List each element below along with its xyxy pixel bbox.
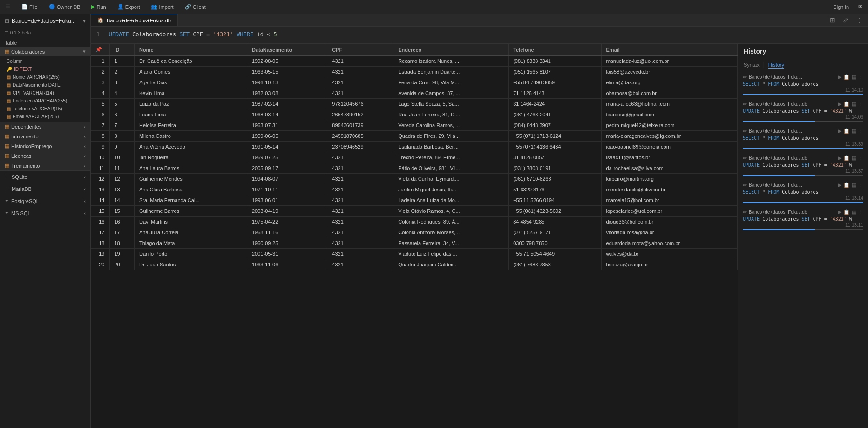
data-table-container[interactable]: 📌 ID Nome DataNascimento CPF Endereco Te… <box>91 44 738 428</box>
table-row[interactable]: 9 9 Ana Vitória Azevedo 1991-05-14 23708… <box>91 142 738 152</box>
cell-nome: Guilherme Mendes <box>134 174 247 184</box>
table-row[interactable]: 5 5 Luiza da Paz 1987-02-14 97812045676 … <box>91 99 738 109</box>
import-menu[interactable]: 👥 Import <box>149 4 175 10</box>
history-grid-btn[interactable]: ▦ <box>852 128 856 134</box>
table-row[interactable]: 8 8 Milena Castro 1959-06-05 24591870685… <box>91 131 738 142</box>
history-edit-btn[interactable]: 📋 <box>843 101 850 107</box>
table-row[interactable]: 1 1 Dr. Cauê da Conceição 1992-08-05 432… <box>91 56 738 67</box>
table-row[interactable]: 13 13 Ana Clara Barbosa 1971-10-11 4321 … <box>91 184 738 195</box>
tab-syntax[interactable]: Syntax <box>744 61 760 69</box>
table-row[interactable]: 15 15 Guilherme Barros 2003-04-19 4321 V… <box>91 206 738 217</box>
col-header-id[interactable]: ID <box>109 44 134 56</box>
table-row[interactable]: 20 20 Dr. Juan Santos 1963-11-06 4321 Qu… <box>91 259 738 270</box>
history-more-btn[interactable]: ⋮ <box>858 74 863 80</box>
col-header-nome[interactable]: Nome <box>134 44 247 56</box>
history-grid-btn[interactable]: ▦ <box>852 155 856 161</box>
add-query-btn[interactable]: ⊞ <box>828 15 837 25</box>
sidebar-db-header[interactable]: ⊞ Banco+de+dados+Foku... ▾ <box>0 14 90 28</box>
table-row[interactable]: 10 10 Ian Nogueira 1969-07-25 4321 Trech… <box>91 152 738 163</box>
hamburger-menu[interactable]: ☰ <box>4 4 12 10</box>
sidebar-col-nome[interactable]: ▦ Nome VARCHAR(255) <box>0 73 90 81</box>
query-body[interactable]: 1 UPDATE Colaboradores SET CPF = '4321' … <box>91 27 868 43</box>
history-run-btn[interactable]: ▶ <box>838 101 841 107</box>
history-edit-btn[interactable]: 📋 <box>843 182 850 188</box>
cell-nome: Guilherme Barros <box>134 206 247 217</box>
mariadb-header[interactable]: ⊤ MariaDB ‹ <box>0 183 90 195</box>
history-grid-btn[interactable]: ▦ <box>852 74 856 80</box>
sidebar-col-email[interactable]: ▦ Email VARCHAR(255) <box>0 113 90 121</box>
sidebar-table-licencas[interactable]: ▦Licencas‹ <box>0 151 90 161</box>
table-row[interactable]: 7 7 Heloísa Ferreira 1963-07-31 89543601… <box>91 120 738 131</box>
sidebar-col-cpf[interactable]: ▦ CPF VARCHAR(14) <box>0 89 90 97</box>
history-grid-btn[interactable]: ▦ <box>852 182 856 188</box>
sidebar-table-treinamento[interactable]: ▦Treinamento‹ <box>0 161 90 170</box>
history-item[interactable]: ✏ Banco+de+dados+Fokus.db ▶ 📋 ▦ ⋮ UPDATE… <box>738 206 868 233</box>
mssql-header[interactable]: ✦ MS SQL ‹ <box>0 207 90 219</box>
history-item[interactable]: ✏ Banco+de+dados+Foku... ▶ 📋 ▦ ⋮ SELECT … <box>738 71 868 98</box>
table-row[interactable]: 16 16 Davi Martins 1975-04-22 4321 Colôn… <box>91 217 738 227</box>
cell-endereco: Colônia Anthony Moraes,... <box>393 227 509 238</box>
history-progress-bar <box>743 202 863 203</box>
table-row[interactable]: 11 11 Ana Laura Barros 2005-09-17 4321 P… <box>91 163 738 174</box>
col-header-endereco[interactable]: Endereco <box>393 44 509 56</box>
history-edit-btn[interactable]: 📋 <box>843 128 850 134</box>
table-row[interactable]: 3 3 Agatha Dias 1996-10-13 4321 Feira da… <box>91 77 738 88</box>
history-grid-btn[interactable]: ▦ <box>852 209 856 215</box>
col-header-datanascimento[interactable]: DataNascimento <box>247 44 327 56</box>
history-more-btn[interactable]: ⋮ <box>858 128 863 134</box>
table-row[interactable]: 17 17 Ana Julia Correia 1968-11-16 4321 … <box>91 227 738 238</box>
file-menu[interactable]: 📄 File <box>20 4 40 10</box>
cell-cpf: 4321 <box>327 88 393 99</box>
table-row[interactable]: 4 4 Kevin Lima 1982-03-08 4321 Avenida d… <box>91 88 738 99</box>
cell-data: 2001-05-31 <box>247 249 327 259</box>
table-row[interactable]: 6 6 Luana Lima 1968-03-14 26547390152 Ru… <box>91 109 738 120</box>
export-menu[interactable]: 👤 Export <box>115 4 142 10</box>
history-item[interactable]: ✏ Banco+de+dados+Foku... ▶ 📋 ▦ ⋮ SELECT … <box>738 125 868 152</box>
history-more-btn[interactable]: ⋮ <box>858 155 863 161</box>
history-sql: SELECT * FROM Colaboradores <box>743 136 863 141</box>
history-grid-btn[interactable]: ▦ <box>852 101 856 107</box>
table-row[interactable]: 14 14 Sra. Maria Fernanda Cal... 1993-06… <box>91 195 738 206</box>
table-row[interactable]: 12 12 Guilherme Mendes 1994-08-07 4321 V… <box>91 174 738 184</box>
history-more-btn[interactable]: ⋮ <box>858 209 863 215</box>
history-run-btn[interactable]: ▶ <box>838 128 841 134</box>
history-more-btn[interactable]: ⋮ <box>858 182 863 188</box>
sqlite-header[interactable]: ⊤ SQLite ‹ <box>0 171 90 183</box>
sidebar-table-historicoemprego[interactable]: ▦HistoricoEmprego‹ <box>0 141 90 151</box>
sidebar-table-dependentes[interactable]: ▦Dependentes‹ <box>0 122 90 131</box>
sidebar-table-faturamento[interactable]: ▦faturamento‹ <box>0 131 90 141</box>
signin-button[interactable]: Sign in <box>831 4 851 10</box>
col-header-cpf[interactable]: CPF <box>327 44 393 56</box>
table-row[interactable]: 19 19 Danilo Porto 2001-05-31 4321 Viadu… <box>91 249 738 259</box>
history-edit-btn[interactable]: 📋 <box>843 209 850 215</box>
sidebar-table-colaboradores[interactable]: ▦ Colaboradores ▾ <box>0 47 90 56</box>
history-item[interactable]: ✏ Banco+de+dados+Fokus.db ▶ 📋 ▦ ⋮ UPDATE… <box>738 98 868 125</box>
query-tab-item[interactable]: 🏠 Banco+de+dados+Fokus.db <box>91 14 178 26</box>
owner-db-menu[interactable]: 🔵 Owner DB <box>47 4 82 10</box>
col-header-email[interactable]: Email <box>601 44 737 56</box>
history-run-btn[interactable]: ▶ <box>838 209 841 215</box>
run-button[interactable]: ▶ Run <box>89 4 108 10</box>
table-row[interactable]: 2 2 Alana Gomes 1963-05-15 4321 Estrada … <box>91 67 738 77</box>
sidebar-col-endereco[interactable]: ▦ Endereco VARCHAR(255) <box>0 97 90 105</box>
row-number: 17 <box>91 227 109 238</box>
share-btn[interactable]: ⇗ <box>841 15 850 25</box>
history-item[interactable]: ✏ Banco+de+dados+Foku... ▶ 📋 ▦ ⋮ SELECT … <box>738 179 868 206</box>
sidebar-col-telefone[interactable]: ▦ Telefone VARCHAR(15) <box>0 105 90 113</box>
mail-icon[interactable]: ✉ <box>856 4 864 10</box>
history-more-btn[interactable]: ⋮ <box>858 101 863 107</box>
client-menu[interactable]: 🔗 Client <box>183 4 208 10</box>
more-options-btn[interactable]: ⋮ <box>854 15 864 25</box>
history-edit-btn[interactable]: 📋 <box>843 155 850 161</box>
tab-history[interactable]: History <box>768 61 784 69</box>
history-run-btn[interactable]: ▶ <box>838 182 841 188</box>
history-run-btn[interactable]: ▶ <box>838 155 841 161</box>
history-run-btn[interactable]: ▶ <box>838 74 841 80</box>
col-header-telefone[interactable]: Telefone <box>509 44 601 56</box>
history-item[interactable]: ✏ Banco+de+dados+Fokus.db ▶ 📋 ▦ ⋮ UPDATE… <box>738 152 868 179</box>
postgresql-header[interactable]: ✦ PostgreSQL ‹ <box>0 195 90 207</box>
sidebar-col-id[interactable]: 🔑 ID TEXT <box>0 65 90 73</box>
history-edit-btn[interactable]: 📋 <box>843 74 850 80</box>
table-row[interactable]: 18 18 Thiago da Mata 1960-09-25 4321 Pas… <box>91 238 738 249</box>
sidebar-col-datanascimento[interactable]: ▦ DataNascimento DATE <box>0 81 90 89</box>
